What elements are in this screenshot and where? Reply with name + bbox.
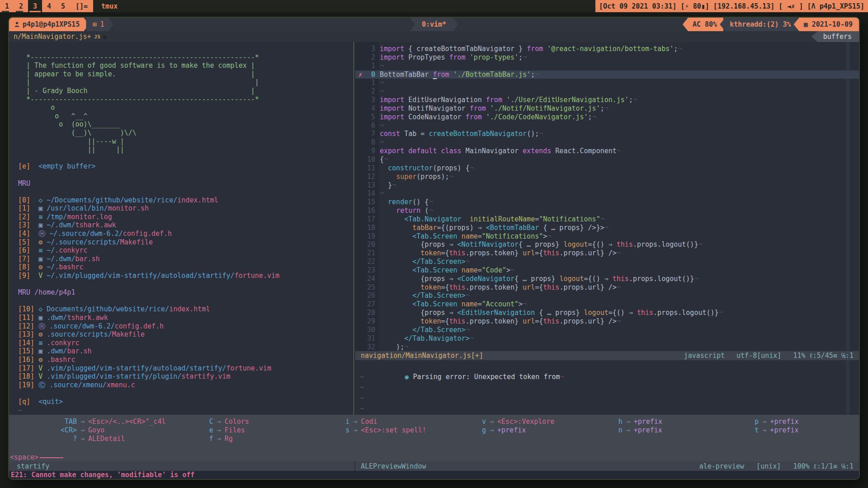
empty-line-tilde: ~ bbox=[360, 393, 859, 404]
startify-entry[interactable]: [16] ⚙ .bashrc bbox=[18, 356, 353, 364]
dwm-tag-2[interactable]: 2 bbox=[14, 0, 28, 12]
preview-statusline-info: ale-preview [unix] 100% ℓ:1/1≡ ℅:1 bbox=[699, 462, 854, 470]
startify-entry[interactable]: [12] Ⓗ .source/dwm-6.2/config.def.h bbox=[18, 322, 353, 331]
whichkey-menu: TAB→<Esc>/<..><CR>"_c4lC→Colorsi→Codiv→<… bbox=[9, 415, 859, 453]
whichkey-mapping[interactable]: n→+prefix bbox=[586, 426, 723, 435]
tmux-window-indicator[interactable]: ⊞ 1 bbox=[86, 18, 113, 31]
whichkey-mapping[interactable]: TAB→<Esc>/<..><CR>"_c4l bbox=[41, 418, 177, 426]
code-line: 2import PropTypes from 'prop-types';¬ bbox=[355, 53, 859, 62]
tmux-status-segment: ▦ 2021-10-09 bbox=[794, 18, 859, 31]
whichkey-empty-cell bbox=[586, 435, 723, 443]
startify-entry[interactable]: [3] ▣ ~/.dwm/tshark.awk bbox=[18, 221, 353, 230]
whichkey-key: <CR> bbox=[41, 426, 77, 434]
tmux-active-window[interactable]: 0:vim* bbox=[410, 18, 458, 31]
startify-entry[interactable]: [19] Ⓒ .source/xmenu/xmenu.c bbox=[18, 381, 353, 389]
dwm-tag-1[interactable]: 1 bbox=[0, 0, 14, 12]
whichkey-mapping[interactable]: C→Colors bbox=[177, 418, 314, 426]
whichkey-mapping[interactable]: f→Rg bbox=[177, 435, 314, 443]
code-pane[interactable]: 3import { createBottomTabNavigator } fro… bbox=[355, 42, 859, 415]
empty-line-tilde: ~ bbox=[360, 382, 859, 393]
line-number: 14 bbox=[365, 189, 375, 198]
code-line: 17 <Tab.Navigator initialRouteName="Noti… bbox=[355, 215, 859, 224]
code-line: 31 </Tab.Navigator>¬ bbox=[355, 334, 859, 343]
startify-entry[interactable]: [2] ≡ /tmp/monitor.log bbox=[18, 213, 353, 221]
prompt-dash bbox=[40, 457, 63, 458]
startify-text-line: o (oo)\_______ bbox=[18, 120, 353, 129]
code-line: 8¬ bbox=[355, 138, 859, 147]
dwm-tag-4[interactable]: 4 bbox=[42, 0, 56, 12]
startify-pane[interactable]: *---------------------------------------… bbox=[9, 42, 353, 415]
dwm-layout-indicator[interactable]: []= bbox=[70, 0, 93, 12]
whichkey-mapping[interactable]: s→<Esc>:set spell! bbox=[313, 426, 450, 435]
line-number: 8 bbox=[365, 138, 375, 147]
startify-entry[interactable]: [q] <quit> bbox=[18, 398, 353, 406]
line-number: 4 bbox=[365, 104, 375, 113]
line-number: 0 bbox=[365, 70, 375, 79]
startify-blank-line bbox=[18, 154, 353, 163]
whichkey-key: TAB bbox=[41, 418, 77, 426]
whichkey-mapping[interactable]: <CR>→Goyo bbox=[41, 426, 177, 435]
line-number: 19 bbox=[365, 232, 375, 241]
startify-entry[interactable]: [18] V .vim/plugged/vim-startify/plugin/… bbox=[18, 372, 353, 381]
startify-entry[interactable]: [17] V .vim/plugged/vim-startify/autoloa… bbox=[18, 364, 353, 373]
startify-blank-line bbox=[18, 171, 353, 179]
arrow-right-icon: → bbox=[77, 426, 88, 434]
startify-entry[interactable]: [10] ◇ Documents/github/website/rice/ind… bbox=[18, 305, 353, 314]
dwm-tag-5[interactable]: 5 bbox=[56, 0, 70, 12]
startify-entry[interactable]: [14] ≡ .conkyrc bbox=[18, 339, 353, 347]
whichkey-mapping[interactable]: g→+prefix bbox=[450, 426, 586, 435]
statusline-encoding: utf-8[unix] bbox=[736, 352, 781, 360]
startify-entry[interactable]: [15] ▣ .dwm/bar.sh bbox=[18, 347, 353, 356]
startify-blank-line bbox=[18, 389, 353, 398]
whichkey-action: +prefix bbox=[770, 426, 798, 434]
whichkey-prompt: <space> bbox=[9, 453, 859, 461]
code-line: 5import CodeNavigator from './Code/CodeN… bbox=[355, 113, 859, 122]
startify-text-line: o bbox=[18, 103, 353, 112]
startify-entry[interactable]: [8] ⚙ ~/.bashrc bbox=[18, 263, 353, 272]
startify-entry[interactable]: [13] ⚙ .source/scripts/Makefile bbox=[18, 330, 353, 339]
whichkey-mapping[interactable]: t→+prefix bbox=[722, 426, 859, 435]
code-buffer[interactable]: 3import { createBottomTabNavigator } fro… bbox=[355, 42, 859, 351]
vim-tabline: n/MainNavigator.js+ JS ▶ buffers bbox=[9, 31, 859, 42]
whichkey-action: <Esc>:Vexplore bbox=[497, 418, 554, 426]
whichkey-action: Goyo bbox=[88, 426, 104, 434]
startify-entry[interactable]: [e] <empty buffer> bbox=[18, 162, 353, 171]
statusline-position: 11% ℓ:5/45≡ ℅:1 bbox=[793, 352, 854, 360]
whichkey-mapping[interactable]: ?→ALEDetail bbox=[41, 435, 177, 443]
arrow-right-icon: → bbox=[349, 426, 361, 434]
dwm-tag-3[interactable]: 3 bbox=[28, 0, 42, 12]
tmux-status-segment: AC 80% bbox=[683, 18, 723, 31]
startify-blank-line bbox=[18, 297, 353, 305]
whichkey-mapping[interactable]: i→Codi bbox=[313, 418, 450, 426]
arrow-right-icon: → bbox=[623, 418, 634, 426]
vim-error-message: E21: Cannot make changes, 'modifiable' i… bbox=[9, 471, 859, 479]
tabline-current-file[interactable]: n/MainNavigator.js+ bbox=[9, 33, 91, 41]
startify-blank-line bbox=[18, 280, 353, 289]
startify-entry[interactable]: [11] ▣ .dwm/tshark.awk bbox=[18, 314, 353, 322]
startify-entry[interactable]: [1] ▣ /usr/local/bin/monitor.sh bbox=[18, 204, 353, 213]
startify-text-line: | appear to be simple. | bbox=[18, 70, 353, 79]
startify-entry[interactable]: [5] ⚙ ~/.source/scripts/Makefile bbox=[18, 238, 353, 247]
line-number: 18 bbox=[365, 224, 375, 232]
startify-entry[interactable]: [9] V ~/.vim/plugged/vim-startify/autolo… bbox=[18, 272, 353, 280]
whichkey-mapping[interactable]: h→+prefix bbox=[586, 418, 723, 426]
code-line: 29 token={this.props.token} url={this.pr… bbox=[355, 317, 859, 326]
startify-entry[interactable]: [0] ◇ ~/Documents/github/website/rice/in… bbox=[18, 196, 353, 205]
tabline-buffers-label[interactable]: buffers bbox=[811, 31, 859, 42]
whichkey-mapping[interactable]: e→Files bbox=[177, 426, 314, 435]
whichkey-key: f bbox=[177, 435, 213, 443]
arrow-right-icon: → bbox=[77, 418, 88, 426]
startify-entry[interactable]: [4] Ⓗ ~/.source/dwm-6.2/config.def.h bbox=[18, 230, 353, 238]
line-number: 1 bbox=[365, 62, 375, 70]
whichkey-key: g bbox=[450, 426, 486, 434]
line-number: 12 bbox=[365, 173, 375, 181]
code-line: 30 </Tab.Screen>¬ bbox=[355, 326, 859, 334]
whichkey-mapping[interactable]: p→+prefix bbox=[722, 418, 859, 426]
startify-entry[interactable]: [6] ≡ ~/.conkyrc bbox=[18, 246, 353, 255]
whichkey-mapping[interactable]: v→<Esc>:Vexplore bbox=[450, 418, 586, 426]
whichkey-action: +prefix bbox=[634, 418, 662, 426]
line-number: 32 bbox=[365, 343, 375, 352]
startify-entry[interactable]: [7] ▣ ~/.dwm/bar.sh bbox=[18, 255, 353, 263]
arrow-right-icon: → bbox=[213, 418, 225, 426]
whichkey-empty-cell bbox=[722, 435, 859, 443]
